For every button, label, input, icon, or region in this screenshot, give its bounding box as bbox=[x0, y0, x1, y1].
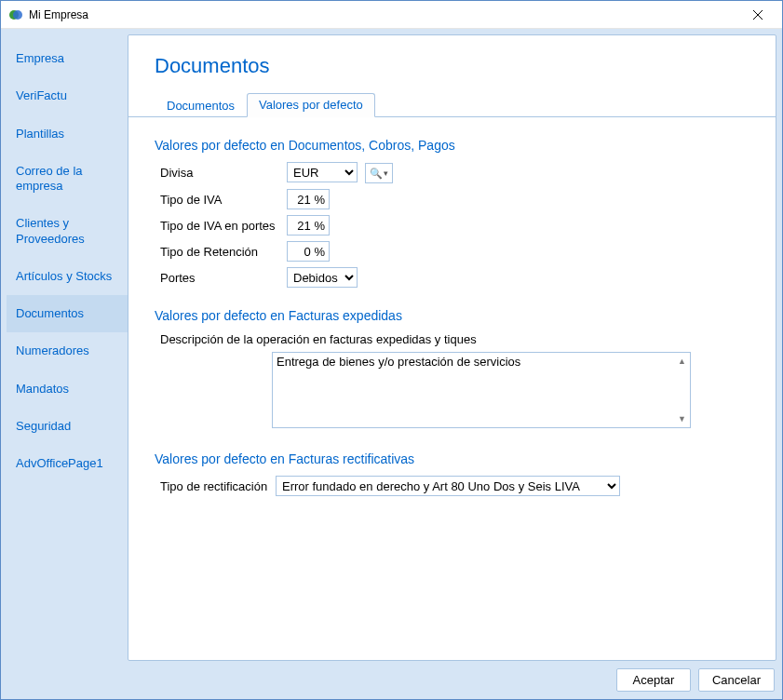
content-row: Empresa VeriFactu Plantillas Correo de l… bbox=[7, 34, 776, 661]
tipo-iva-label: Tipo de IVA bbox=[160, 193, 281, 207]
form-dcp: Divisa EUR 🔍▾ Tipo de IVA Tipo de IVA en… bbox=[160, 162, 749, 288]
descripcion-wrap: ▲ ▼ bbox=[272, 352, 691, 431]
tipo-iva-portes-label: Tipo de IVA en portes bbox=[160, 219, 281, 233]
divisa-row: EUR 🔍▾ bbox=[287, 162, 749, 183]
window-title: Mi Empresa bbox=[29, 8, 736, 21]
sidebar-item-numeradores[interactable]: Numeradores bbox=[7, 332, 128, 370]
tipo-rect-select[interactable]: Error fundado en derecho y Art 80 Uno Do… bbox=[276, 476, 620, 496]
sidebar: Empresa VeriFactu Plantillas Correo de l… bbox=[7, 34, 128, 661]
scroll-up-icon[interactable]: ▲ bbox=[675, 354, 689, 368]
sidebar-item-advofficepage1[interactable]: AdvOfficePage1 bbox=[7, 445, 128, 482]
cancel-button[interactable]: Cancelar bbox=[698, 668, 775, 692]
sidebar-item-plantillas[interactable]: Plantillas bbox=[7, 115, 128, 153]
tab-documentos[interactable]: Documentos bbox=[155, 94, 247, 117]
portes-select[interactable]: Debidos bbox=[287, 267, 358, 288]
section-title-dcp: Valores por defecto en Documentos, Cobro… bbox=[155, 138, 749, 153]
portes-label: Portes bbox=[160, 271, 281, 285]
sidebar-item-correo[interactable]: Correo de la empresa bbox=[7, 153, 128, 206]
dialog-footer: Aceptar Cancelar bbox=[7, 661, 776, 693]
accept-button[interactable]: Aceptar bbox=[616, 668, 691, 692]
section-title-expedidas: Valores por defecto en Facturas expedida… bbox=[155, 308, 749, 323]
tipo-iva-input[interactable] bbox=[287, 189, 330, 209]
tab-valores-por-defecto[interactable]: Valores por defecto bbox=[247, 93, 375, 117]
sidebar-item-articulos-stocks[interactable]: Artículos y Stocks bbox=[7, 258, 128, 295]
close-icon bbox=[753, 10, 763, 20]
divisa-lookup-button[interactable]: 🔍▾ bbox=[365, 163, 393, 183]
titlebar: Mi Empresa bbox=[1, 1, 782, 29]
app-icon bbox=[8, 7, 23, 22]
divisa-select[interactable]: EUR bbox=[287, 162, 358, 182]
close-button[interactable] bbox=[736, 1, 778, 28]
tabs: Documentos Valores por defecto bbox=[128, 93, 776, 117]
svg-point-1 bbox=[13, 10, 22, 20]
tipo-retencion-label: Tipo de Retención bbox=[160, 245, 281, 259]
chevron-down-icon: ▾ bbox=[384, 168, 388, 178]
sidebar-item-verifactu[interactable]: VeriFactu bbox=[7, 77, 128, 114]
main-panel: Documentos Documentos Valores por defect… bbox=[128, 34, 776, 661]
sidebar-item-documentos[interactable]: Documentos bbox=[7, 295, 128, 332]
page-title: Documentos bbox=[155, 54, 749, 78]
divisa-label: Divisa bbox=[160, 166, 281, 180]
sidebar-item-empresa[interactable]: Empresa bbox=[7, 40, 128, 77]
scroll-down-icon[interactable]: ▼ bbox=[675, 411, 689, 425]
descripcion-textarea[interactable] bbox=[272, 352, 691, 428]
tipo-rect-label: Tipo de rectificación bbox=[160, 479, 270, 493]
tipo-rect-row: Tipo de rectificación Error fundado en d… bbox=[160, 476, 749, 496]
tipo-iva-portes-input[interactable] bbox=[287, 215, 330, 236]
sidebar-item-seguridad[interactable]: Seguridad bbox=[7, 408, 128, 445]
section-title-rectificativas: Valores por defecto en Facturas rectific… bbox=[155, 451, 749, 466]
descripcion-label: Descripción de la operación en facturas … bbox=[160, 332, 749, 346]
dialog-body: Empresa VeriFactu Plantillas Correo de l… bbox=[1, 29, 782, 699]
search-icon: 🔍 bbox=[370, 168, 383, 180]
tipo-retencion-input[interactable] bbox=[287, 241, 330, 262]
sidebar-item-mandatos[interactable]: Mandatos bbox=[7, 370, 128, 408]
sidebar-item-clientes-proveedores[interactable]: Clientes y Proveedores bbox=[7, 205, 128, 258]
